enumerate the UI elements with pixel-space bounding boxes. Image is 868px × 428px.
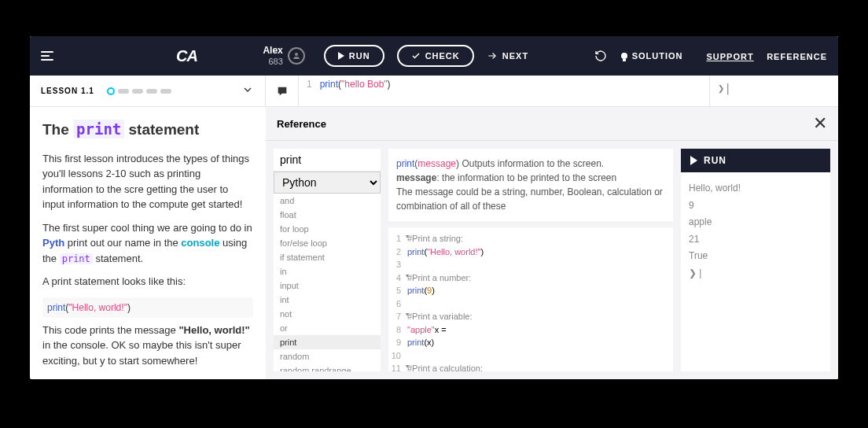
reference-item[interactable]: int <box>274 293 381 307</box>
reference-item[interactable]: random <box>274 349 381 363</box>
close-icon[interactable]: ✕ <box>813 113 827 134</box>
reference-run-button[interactable]: RUN <box>681 149 830 172</box>
sub-bar: LESSON 1.1 1 print("hello Bob") ❯| <box>30 76 838 107</box>
reference-item[interactable]: for loop <box>274 222 381 236</box>
user-points: 683 <box>263 57 282 66</box>
support-link[interactable]: SUPPORT <box>707 52 754 61</box>
menu-icon[interactable] <box>41 51 53 61</box>
undo-icon[interactable] <box>594 50 607 62</box>
lesson-title: The print statement <box>42 118 253 142</box>
reference-item[interactable]: float <box>274 208 381 222</box>
avatar-icon <box>288 47 305 65</box>
svg-point-0 <box>295 53 298 56</box>
output-line: True <box>689 248 822 265</box>
solution-button[interactable]: SOLUTION <box>621 51 683 61</box>
reference-link[interactable]: REFERENCE <box>767 52 827 61</box>
chevron-down-icon[interactable] <box>241 83 254 99</box>
reference-item[interactable]: random.randrange <box>274 363 381 371</box>
play-icon <box>338 52 344 60</box>
output-line: 9 <box>689 197 822 215</box>
code-sample: print("Hello, world!") <box>42 297 253 318</box>
reference-sidebar: Python andfloatfor loopfor/else loopif s… <box>274 149 381 371</box>
chat-icon <box>275 85 289 98</box>
reference-output: RUN Hello, world!9apple21True❯ | <box>681 149 830 371</box>
top-bar: CA Alex 683 RUN CHECK NEXT SOLUTION <box>30 36 838 76</box>
run-button[interactable]: RUN <box>324 45 384 67</box>
lesson-progress <box>107 87 171 95</box>
reference-search-input[interactable] <box>274 149 381 172</box>
reference-title: Reference <box>277 118 326 130</box>
reference-item[interactable]: and <box>274 194 381 208</box>
output-line: Hello, world! <box>689 180 822 197</box>
reference-item[interactable]: if statement <box>274 250 381 264</box>
reference-description: print(message) Outputs information to th… <box>388 149 673 221</box>
reference-item[interactable]: or <box>274 321 381 335</box>
play-icon <box>690 156 697 165</box>
reference-item[interactable]: input <box>274 279 381 293</box>
chat-button[interactable] <box>266 76 299 106</box>
output-line: apple <box>689 214 822 231</box>
reference-item[interactable]: print <box>274 335 381 349</box>
reference-item[interactable]: in <box>274 264 381 279</box>
output-line: ❯ | <box>689 265 822 282</box>
output-preview: ❯| <box>709 76 838 106</box>
arrow-right-icon <box>487 50 498 61</box>
user-name: Alex <box>263 46 282 56</box>
reference-code[interactable]: 1#Print a string:2print("Hello, world!")… <box>388 227 673 371</box>
lesson-tab: LESSON 1.1 <box>30 76 266 106</box>
language-select[interactable]: Python <box>274 172 381 194</box>
check-button[interactable]: CHECK <box>397 45 474 67</box>
check-icon <box>411 51 421 61</box>
user-info[interactable]: Alex 683 <box>263 46 304 65</box>
lesson-label: LESSON 1.1 <box>41 87 94 95</box>
bulb-icon <box>621 53 627 59</box>
logo: CA <box>176 47 197 65</box>
output-line: 21 <box>689 231 822 249</box>
lesson-content: The print statement This first lesson in… <box>30 107 266 379</box>
reference-item[interactable]: for/else loop <box>274 236 381 250</box>
reference-item[interactable]: not <box>274 307 381 321</box>
next-button[interactable]: NEXT <box>487 50 528 61</box>
code-editor[interactable]: 1 print("hello Bob") <box>299 76 709 106</box>
reference-panel: Reference ✕ Python andfloatfor loopfor/e… <box>266 107 838 379</box>
